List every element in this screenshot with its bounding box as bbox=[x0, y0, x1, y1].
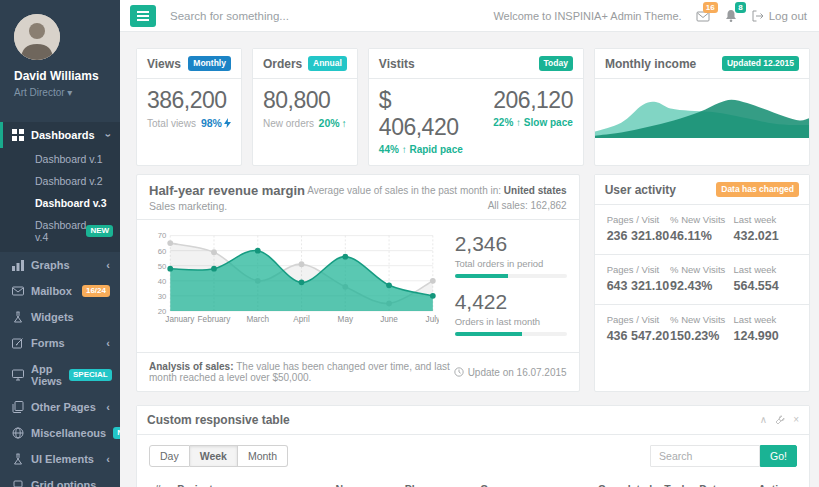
svg-text:20: 20 bbox=[158, 307, 167, 316]
views-label: Total views bbox=[147, 118, 196, 129]
revenue-side-stats: 2,346 Total orders in period 4,422 Order… bbox=[439, 228, 567, 348]
sidebar-item-dashboard-v3[interactable]: Dashboard v.3 bbox=[0, 192, 120, 214]
stats-row: Views Monthly 386,200 Total views 98% Or… bbox=[136, 48, 810, 166]
special-badge: SPECIAL bbox=[69, 369, 112, 381]
sidebar-item-mailbox[interactable]: Mailbox 16/24 bbox=[0, 278, 120, 304]
notifications-count-badge: 8 bbox=[735, 2, 745, 13]
sidebar-item-dashboard-v4[interactable]: Dashboard v.4NEW bbox=[0, 214, 120, 248]
visits-title: Vistits bbox=[379, 57, 415, 71]
avatar[interactable] bbox=[14, 14, 60, 60]
logout-button[interactable]: Log out bbox=[752, 10, 807, 22]
messages-count-badge: 16 bbox=[703, 2, 718, 13]
views-value: 386,200 bbox=[147, 87, 231, 114]
sidebar-item-grid-options[interactable]: Grid options bbox=[0, 472, 120, 487]
user-activity-title: User activity bbox=[605, 183, 676, 197]
top-navbar: Welcome to INSPINIA+ Admin Theme. 16 8 L… bbox=[120, 0, 819, 32]
wrench-icon[interactable] bbox=[775, 415, 785, 425]
bar-chart-icon bbox=[12, 259, 24, 271]
flask-icon bbox=[12, 453, 24, 465]
visits-col-1: $ 406,420 44% ↑ Rapid pace bbox=[379, 87, 475, 155]
pencil-square-icon bbox=[12, 337, 24, 349]
sidebar-item-ui-elements[interactable]: UI Elements ‹ bbox=[0, 446, 120, 472]
level-up-icon: ↑ bbox=[342, 117, 347, 129]
monthly-badge: Monthly bbox=[188, 56, 231, 71]
notifications-button[interactable]: 8 bbox=[724, 9, 738, 23]
last-month-orders-value: 4,422 bbox=[455, 290, 567, 314]
activity-row: Pages / Visit236 321.80 % New Visits46.1… bbox=[595, 205, 809, 255]
profile-section: David Williams Art Director ▾ bbox=[0, 0, 120, 108]
sidebar-item-forms[interactable]: Forms ‹ bbox=[0, 330, 120, 356]
user-name: David Williams bbox=[14, 69, 108, 83]
week-button[interactable]: Week bbox=[190, 445, 238, 467]
sidebar-item-dashboard-v2[interactable]: Dashboard v.2 bbox=[0, 170, 120, 192]
today-badge: Today bbox=[539, 56, 573, 71]
sidebar-item-dashboards[interactable]: Dashboards ‹ bbox=[0, 122, 120, 148]
revenue-panel: Half-year revenue margin Sales marketing… bbox=[136, 174, 580, 392]
views-delta: 98% bbox=[201, 117, 231, 129]
sidebar-item-graphs[interactable]: Graphs ‹ bbox=[0, 252, 120, 278]
chevron-left-icon: ‹ bbox=[106, 338, 110, 349]
monthly-income-title: Monthly income bbox=[605, 57, 696, 71]
chevron-left-icon: ‹ bbox=[106, 402, 110, 413]
sidebar-item-app-views[interactable]: App Views SPECIAL bbox=[0, 356, 120, 394]
svg-text:January: January bbox=[165, 316, 195, 325]
total-orders-progress bbox=[455, 274, 567, 278]
svg-text:70: 70 bbox=[158, 232, 167, 241]
svg-text:June: June bbox=[380, 316, 398, 325]
sidebar: David Williams Art Director ▾ Dashboards… bbox=[0, 0, 120, 487]
updated-badge: Updated 12.2015 bbox=[722, 56, 799, 71]
dashboards-submenu: Dashboard v.1 Dashboard v.2 Dashboard v.… bbox=[0, 148, 120, 252]
sidebar-nav: Dashboards ‹ Dashboard v.1 Dashboard v.2… bbox=[0, 122, 120, 487]
sidebar-item-widgets[interactable]: Widgets bbox=[0, 304, 120, 330]
user-role-dropdown[interactable]: Art Director ▾ bbox=[14, 87, 108, 98]
svg-text:May: May bbox=[338, 316, 354, 325]
clock-icon bbox=[454, 367, 464, 377]
search-input[interactable] bbox=[170, 10, 410, 22]
files-icon bbox=[12, 401, 24, 413]
table-title: Custom responsive table bbox=[147, 413, 290, 427]
visits-value-1: $ 406,420 bbox=[379, 87, 475, 141]
visits-panel: Vistits Today $ 406,420 44% ↑ Rapid pace… bbox=[368, 48, 584, 166]
data-changed-badge: Data has changed bbox=[716, 182, 799, 197]
dashboard-page: David Williams Art Director ▾ Dashboards… bbox=[0, 0, 819, 487]
analysis-text: Analysis of sales: The value has been ch… bbox=[149, 361, 454, 383]
messages-button[interactable]: 16 bbox=[696, 9, 710, 23]
orders-delta: 20%↑ bbox=[319, 117, 347, 129]
table-search-input[interactable] bbox=[650, 445, 760, 467]
go-button[interactable]: Go! bbox=[760, 445, 797, 467]
responsive-table-panel: Custom responsive table ∧ × Day Week Mon… bbox=[136, 405, 810, 487]
views-panel: Views Monthly 386,200 Total views 98% bbox=[136, 48, 242, 166]
sidebar-item-other-pages[interactable]: Other Pages ‹ bbox=[0, 394, 120, 420]
revenue-title: Half-year revenue margin bbox=[149, 183, 305, 198]
orders-value: 80,800 bbox=[263, 87, 347, 114]
svg-text:July: July bbox=[426, 316, 439, 325]
level-up-icon: ↑ bbox=[402, 144, 407, 155]
orders-panel: Orders Annual 80,800 New orders 20%↑ bbox=[252, 48, 358, 166]
collapse-icon[interactable]: ∧ bbox=[760, 415, 767, 425]
total-orders-label: Total orders in period bbox=[455, 258, 567, 269]
last-month-orders-label: Orders in last month bbox=[455, 316, 567, 327]
menu-toggle-button[interactable] bbox=[130, 5, 156, 27]
last-month-orders-progress bbox=[455, 332, 567, 336]
laptop-icon bbox=[12, 479, 24, 487]
svg-text:40: 40 bbox=[158, 277, 167, 286]
grid-icon bbox=[12, 129, 24, 141]
sidebar-item-dashboard-v1[interactable]: Dashboard v.1 bbox=[0, 148, 120, 170]
close-icon[interactable]: × bbox=[793, 415, 799, 425]
activity-row: Pages / Visit436 547.20 % New Visits150.… bbox=[595, 305, 809, 354]
bolt-icon bbox=[224, 118, 231, 128]
new-badge: NEW bbox=[86, 225, 113, 237]
monthly-income-chart bbox=[595, 79, 809, 138]
all-sales: All sales: 162,862 bbox=[307, 198, 566, 213]
svg-text:50: 50 bbox=[158, 262, 167, 271]
caret-down-icon: ▾ bbox=[67, 87, 72, 98]
flask-icon bbox=[12, 311, 24, 323]
sidebar-item-miscellaneous[interactable]: Miscellaneous NEW bbox=[0, 420, 120, 446]
range-button-group: Day Week Month bbox=[149, 445, 288, 467]
views-title: Views bbox=[147, 57, 181, 71]
activity-row: Pages / Visit643 321.10 % New Visits92.4… bbox=[595, 255, 809, 305]
sign-out-icon bbox=[752, 10, 764, 22]
month-button[interactable]: Month bbox=[238, 445, 288, 467]
globe-icon bbox=[12, 427, 24, 439]
day-button[interactable]: Day bbox=[149, 445, 190, 467]
